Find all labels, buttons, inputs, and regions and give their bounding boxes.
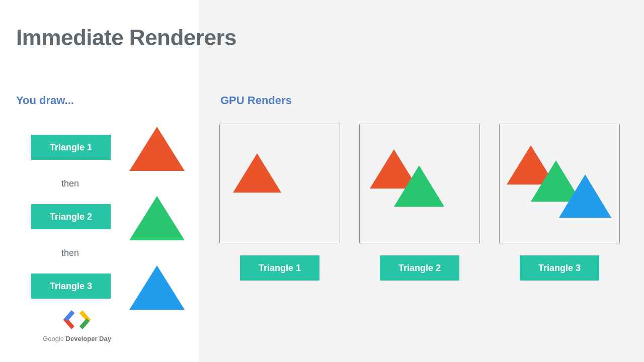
chevrons-icon	[62, 310, 92, 330]
triangle-orange-icon	[127, 127, 187, 172]
render-box-3	[499, 124, 620, 243]
then-label: then	[61, 178, 79, 189]
triangle-orange-icon	[233, 153, 281, 193]
render-box-2	[359, 124, 480, 243]
draw-step-pill: Triangle 3	[31, 274, 111, 299]
draw-step-pill: Triangle 1	[31, 135, 111, 160]
then-label: then	[61, 248, 79, 258]
render-step-pill: Triangle 1	[240, 255, 319, 281]
google-developer-day-logo: Google Developer Day	[34, 310, 120, 342]
gpu-renders-label: GPU Renders	[220, 94, 292, 107]
triangle-green-icon	[127, 196, 187, 241]
draw-step-3: Triangle 3	[31, 265, 187, 311]
you-draw-label: You draw...	[16, 94, 74, 107]
triangle-blue-icon	[127, 265, 187, 311]
render-step-pill: Triangle 3	[520, 255, 599, 281]
render-step-pill: Triangle 2	[380, 255, 459, 281]
draw-step-1: Triangle 1	[31, 127, 187, 172]
slide-title: Immediate Renderers	[16, 25, 236, 50]
triangle-green-icon	[394, 165, 444, 207]
logo-text: Google Developer Day	[34, 335, 120, 342]
render-box-1	[219, 124, 340, 243]
draw-step-pill: Triangle 2	[31, 204, 111, 229]
triangle-blue-icon	[559, 174, 611, 218]
draw-step-2: Triangle 2	[31, 196, 187, 241]
